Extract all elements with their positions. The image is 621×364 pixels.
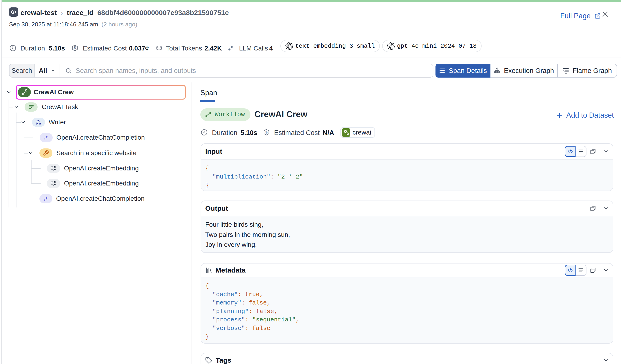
svg-text:$: $: [74, 46, 76, 50]
svg-text:$: $: [265, 130, 268, 134]
